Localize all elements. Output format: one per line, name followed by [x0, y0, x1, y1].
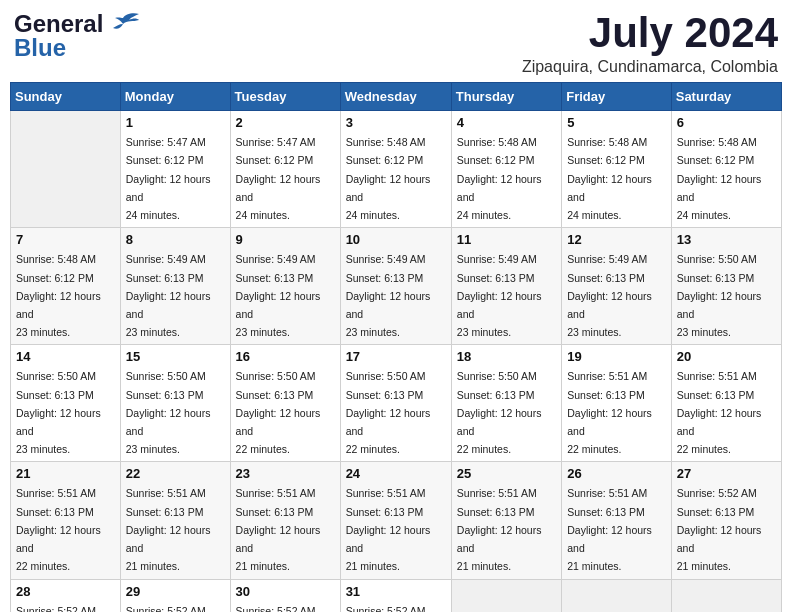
day-number: 17	[346, 349, 446, 364]
day-sunrise: Sunrise: 5:49 AMSunset: 6:13 PMDaylight:…	[126, 253, 211, 338]
day-number: 12	[567, 232, 666, 247]
day-sunrise: Sunrise: 5:48 AMSunset: 6:12 PMDaylight:…	[457, 136, 542, 221]
page-header: General Blue July 2024 Zipaquira, Cundin…	[10, 10, 782, 76]
day-number: 6	[677, 115, 776, 130]
day-sunrise: Sunrise: 5:50 AMSunset: 6:13 PMDaylight:…	[16, 370, 101, 455]
day-sunrise: Sunrise: 5:52 AMSunset: 6:13 PMDaylight:…	[677, 487, 762, 572]
day-number: 1	[126, 115, 225, 130]
logo-bird-icon	[105, 10, 141, 38]
day-number: 4	[457, 115, 556, 130]
table-row: 4 Sunrise: 5:48 AMSunset: 6:12 PMDayligh…	[451, 111, 561, 228]
calendar-week-row: 14 Sunrise: 5:50 AMSunset: 6:13 PMDaylig…	[11, 345, 782, 462]
table-row: 27 Sunrise: 5:52 AMSunset: 6:13 PMDaylig…	[671, 462, 781, 579]
table-row: 14 Sunrise: 5:50 AMSunset: 6:13 PMDaylig…	[11, 345, 121, 462]
day-sunrise: Sunrise: 5:51 AMSunset: 6:13 PMDaylight:…	[567, 487, 652, 572]
day-sunrise: Sunrise: 5:48 AMSunset: 6:12 PMDaylight:…	[677, 136, 762, 221]
table-row: 21 Sunrise: 5:51 AMSunset: 6:13 PMDaylig…	[11, 462, 121, 579]
table-row: 10 Sunrise: 5:49 AMSunset: 6:13 PMDaylig…	[340, 228, 451, 345]
table-row: 15 Sunrise: 5:50 AMSunset: 6:13 PMDaylig…	[120, 345, 230, 462]
table-row: 18 Sunrise: 5:50 AMSunset: 6:13 PMDaylig…	[451, 345, 561, 462]
table-row: 26 Sunrise: 5:51 AMSunset: 6:13 PMDaylig…	[562, 462, 672, 579]
day-number: 30	[236, 584, 335, 599]
day-number: 14	[16, 349, 115, 364]
day-number: 31	[346, 584, 446, 599]
table-row: 7 Sunrise: 5:48 AMSunset: 6:12 PMDayligh…	[11, 228, 121, 345]
day-sunrise: Sunrise: 5:50 AMSunset: 6:13 PMDaylight:…	[236, 370, 321, 455]
day-number: 8	[126, 232, 225, 247]
day-sunrise: Sunrise: 5:51 AMSunset: 6:13 PMDaylight:…	[346, 487, 431, 572]
day-number: 25	[457, 466, 556, 481]
title-block: July 2024 Zipaquira, Cundinamarca, Colom…	[522, 10, 778, 76]
table-row: 13 Sunrise: 5:50 AMSunset: 6:13 PMDaylig…	[671, 228, 781, 345]
day-number: 15	[126, 349, 225, 364]
table-row: 29 Sunrise: 5:52 AMSunset: 6:12 PMDaylig…	[120, 579, 230, 612]
day-number: 18	[457, 349, 556, 364]
header-wednesday: Wednesday	[340, 83, 451, 111]
table-row: 11 Sunrise: 5:49 AMSunset: 6:13 PMDaylig…	[451, 228, 561, 345]
calendar-week-row: 1 Sunrise: 5:47 AMSunset: 6:12 PMDayligh…	[11, 111, 782, 228]
day-sunrise: Sunrise: 5:51 AMSunset: 6:13 PMDaylight:…	[236, 487, 321, 572]
table-row: 12 Sunrise: 5:49 AMSunset: 6:13 PMDaylig…	[562, 228, 672, 345]
table-row	[451, 579, 561, 612]
day-number: 11	[457, 232, 556, 247]
day-sunrise: Sunrise: 5:48 AMSunset: 6:12 PMDaylight:…	[16, 253, 101, 338]
table-row: 9 Sunrise: 5:49 AMSunset: 6:13 PMDayligh…	[230, 228, 340, 345]
table-row: 22 Sunrise: 5:51 AMSunset: 6:13 PMDaylig…	[120, 462, 230, 579]
table-row: 16 Sunrise: 5:50 AMSunset: 6:13 PMDaylig…	[230, 345, 340, 462]
day-number: 28	[16, 584, 115, 599]
calendar-table: Sunday Monday Tuesday Wednesday Thursday…	[10, 82, 782, 612]
day-number: 3	[346, 115, 446, 130]
day-sunrise: Sunrise: 5:52 AMSunset: 6:12 PMDaylight:…	[126, 605, 211, 612]
day-sunrise: Sunrise: 5:48 AMSunset: 6:12 PMDaylight:…	[346, 136, 431, 221]
day-number: 10	[346, 232, 446, 247]
table-row: 8 Sunrise: 5:49 AMSunset: 6:13 PMDayligh…	[120, 228, 230, 345]
header-tuesday: Tuesday	[230, 83, 340, 111]
logo: General Blue	[14, 10, 141, 62]
day-sunrise: Sunrise: 5:52 AMSunset: 6:12 PMDaylight:…	[16, 605, 101, 612]
table-row: 24 Sunrise: 5:51 AMSunset: 6:13 PMDaylig…	[340, 462, 451, 579]
day-number: 16	[236, 349, 335, 364]
location: Zipaquira, Cundinamarca, Colombia	[522, 58, 778, 76]
month-year: July 2024	[522, 10, 778, 56]
day-sunrise: Sunrise: 5:50 AMSunset: 6:13 PMDaylight:…	[457, 370, 542, 455]
day-sunrise: Sunrise: 5:52 AMSunset: 6:12 PMDaylight:…	[346, 605, 431, 612]
header-saturday: Saturday	[671, 83, 781, 111]
day-sunrise: Sunrise: 5:51 AMSunset: 6:13 PMDaylight:…	[677, 370, 762, 455]
table-row	[11, 111, 121, 228]
header-sunday: Sunday	[11, 83, 121, 111]
calendar-week-row: 7 Sunrise: 5:48 AMSunset: 6:12 PMDayligh…	[11, 228, 782, 345]
calendar-week-row: 21 Sunrise: 5:51 AMSunset: 6:13 PMDaylig…	[11, 462, 782, 579]
day-number: 19	[567, 349, 666, 364]
table-row: 28 Sunrise: 5:52 AMSunset: 6:12 PMDaylig…	[11, 579, 121, 612]
table-row: 1 Sunrise: 5:47 AMSunset: 6:12 PMDayligh…	[120, 111, 230, 228]
table-row: 31 Sunrise: 5:52 AMSunset: 6:12 PMDaylig…	[340, 579, 451, 612]
day-number: 13	[677, 232, 776, 247]
day-sunrise: Sunrise: 5:51 AMSunset: 6:13 PMDaylight:…	[16, 487, 101, 572]
day-sunrise: Sunrise: 5:50 AMSunset: 6:13 PMDaylight:…	[677, 253, 762, 338]
day-number: 22	[126, 466, 225, 481]
table-row: 2 Sunrise: 5:47 AMSunset: 6:12 PMDayligh…	[230, 111, 340, 228]
header-friday: Friday	[562, 83, 672, 111]
header-thursday: Thursday	[451, 83, 561, 111]
logo-blue: Blue	[14, 34, 66, 62]
day-number: 2	[236, 115, 335, 130]
day-sunrise: Sunrise: 5:47 AMSunset: 6:12 PMDaylight:…	[126, 136, 211, 221]
day-number: 21	[16, 466, 115, 481]
day-sunrise: Sunrise: 5:49 AMSunset: 6:13 PMDaylight:…	[567, 253, 652, 338]
day-sunrise: Sunrise: 5:50 AMSunset: 6:13 PMDaylight:…	[346, 370, 431, 455]
calendar-week-row: 28 Sunrise: 5:52 AMSunset: 6:12 PMDaylig…	[11, 579, 782, 612]
header-monday: Monday	[120, 83, 230, 111]
day-sunrise: Sunrise: 5:49 AMSunset: 6:13 PMDaylight:…	[457, 253, 542, 338]
day-number: 20	[677, 349, 776, 364]
day-number: 7	[16, 232, 115, 247]
day-sunrise: Sunrise: 5:50 AMSunset: 6:13 PMDaylight:…	[126, 370, 211, 455]
table-row: 19 Sunrise: 5:51 AMSunset: 6:13 PMDaylig…	[562, 345, 672, 462]
table-row	[562, 579, 672, 612]
day-sunrise: Sunrise: 5:47 AMSunset: 6:12 PMDaylight:…	[236, 136, 321, 221]
day-number: 9	[236, 232, 335, 247]
day-number: 24	[346, 466, 446, 481]
table-row	[671, 579, 781, 612]
day-number: 5	[567, 115, 666, 130]
day-number: 29	[126, 584, 225, 599]
day-number: 27	[677, 466, 776, 481]
